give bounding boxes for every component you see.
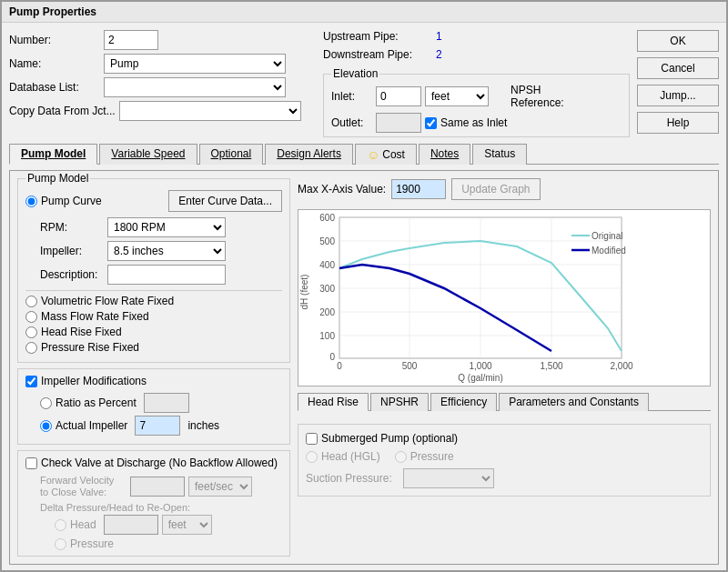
inches-label: inches — [187, 419, 219, 432]
impeller-mod-label[interactable]: Impeller Modifications — [41, 375, 147, 387]
delta-head-field[interactable] — [104, 515, 158, 535]
number-label: Number: — [9, 34, 100, 46]
mass-flow-label[interactable]: Mass Flow Rate Fixed — [41, 310, 149, 323]
description-field[interactable] — [107, 265, 226, 285]
delta-head-label[interactable]: Head — [70, 518, 96, 531]
copy-label: Copy Data From Jct... — [9, 105, 116, 117]
impeller-select[interactable]: 8.5 inches — [107, 241, 226, 261]
tab-optional[interactable]: Optional — [199, 144, 264, 165]
tab-notes[interactable]: Notes — [419, 144, 470, 165]
svg-text:Original: Original — [592, 231, 622, 241]
svg-text:0: 0 — [337, 361, 342, 371]
head-rise-radio[interactable] — [25, 326, 37, 338]
inlet-unit-select[interactable]: feet — [425, 86, 489, 106]
sub-head-radio[interactable] — [306, 451, 318, 463]
delta-head-unit-select[interactable]: feet — [162, 515, 212, 535]
svg-text:1,000: 1,000 — [469, 361, 491, 371]
tab-variable-speed[interactable]: Variable Speed — [99, 144, 197, 165]
tab-status[interactable]: Status — [472, 144, 527, 165]
pump-curve-radio[interactable] — [25, 196, 37, 207]
svg-text:600: 600 — [319, 213, 335, 223]
upstream-value[interactable]: 1 — [436, 30, 442, 43]
submerged-checkbox[interactable] — [306, 433, 318, 445]
head-rise-label[interactable]: Head Rise Fixed — [41, 326, 122, 338]
right-panel: Max X-Axis Value: Update Graph — [298, 178, 711, 557]
copy-select[interactable] — [119, 101, 301, 121]
chart-tab-npshr[interactable]: NPSHR — [370, 393, 429, 411]
chart-tab-efficiency[interactable]: Efficiency — [430, 393, 497, 411]
volumetric-flow-label[interactable]: Volumetric Flow Rate Fixed — [41, 295, 174, 307]
downstream-value[interactable]: 2 — [436, 48, 442, 61]
actual-impeller-field[interactable] — [135, 416, 180, 436]
delta-pressure-radio[interactable] — [55, 538, 66, 550]
outlet-field[interactable] — [376, 113, 421, 133]
actual-impeller-label[interactable]: Actual Impeller — [56, 419, 127, 432]
sub-pressure-radio[interactable] — [395, 451, 407, 463]
database-select[interactable] — [104, 77, 286, 97]
svg-text:2,000: 2,000 — [610, 361, 632, 371]
tab-cost[interactable]: ☺ Cost — [355, 144, 417, 165]
tab-pump-model[interactable]: Pump Model — [9, 144, 97, 165]
fwd-vel-field[interactable] — [130, 477, 185, 497]
npsh-label: NPSHReference: — [511, 84, 564, 109]
inlet-field[interactable] — [376, 86, 421, 106]
enter-curve-btn[interactable]: Enter Curve Data... — [168, 190, 282, 212]
pump-curve-label[interactable]: Pump Curve — [41, 195, 102, 207]
rpm-select[interactable]: 1800 RPM — [107, 217, 226, 237]
sub-head-label[interactable]: Head (HGL) — [321, 450, 380, 463]
svg-text:Q (gal/min): Q (gal/min) — [458, 373, 502, 383]
ok-button[interactable]: OK — [637, 30, 719, 52]
check-valve-label[interactable]: Check Valve at Discharge (No Backflow Al… — [41, 457, 278, 469]
number-field[interactable] — [104, 30, 158, 50]
update-graph-btn[interactable]: Update Graph — [451, 178, 540, 200]
tab-design-alerts[interactable]: Design Alerts — [265, 144, 353, 165]
submerged-label[interactable]: Submerged Pump (optional) — [321, 432, 458, 445]
svg-text:1,500: 1,500 — [540, 361, 562, 371]
volumetric-flow-radio[interactable] — [25, 296, 37, 307]
check-valve-checkbox[interactable] — [25, 457, 37, 469]
suction-label: Suction Pressure: — [306, 472, 392, 485]
submerged-group: Submerged Pump (optional) Head (HGL) Pre… — [298, 424, 711, 497]
downstream-label: Downstream Pipe: — [323, 48, 432, 61]
jump-button[interactable]: Jump... — [637, 85, 719, 106]
pressure-rise-radio[interactable] — [25, 342, 37, 354]
ratio-field[interactable] — [144, 393, 189, 413]
max-x-field[interactable] — [391, 179, 446, 199]
delta-pressure-label[interactable]: Pressure — [70, 537, 114, 550]
upstream-label: Upstream Pipe: — [323, 30, 432, 43]
impeller-mod-group: Impeller Modifications Ratio as Percent … — [17, 368, 290, 445]
fwd-vel-unit-select[interactable]: feet/sec — [188, 477, 252, 497]
pump-chart-svg: 600 500 400 300 200 100 0 0 500 1,000 1,… — [298, 210, 653, 383]
cancel-button[interactable]: Cancel — [637, 57, 719, 79]
impeller-mod-checkbox[interactable] — [25, 376, 37, 387]
mass-flow-radio[interactable] — [25, 311, 37, 323]
same-as-inlet-label[interactable]: Same as Inlet — [440, 116, 507, 129]
chart-area: 600 500 400 300 200 100 0 0 500 1,000 1,… — [298, 209, 711, 386]
title-bar: Pump Properties — [2, 2, 726, 23]
svg-text:500: 500 — [319, 236, 335, 246]
sub-pressure-label[interactable]: Pressure — [410, 450, 454, 463]
pump-model-group-title: Pump Model — [25, 172, 90, 185]
elevation-title: Elevation — [331, 67, 379, 80]
same-as-inlet-checkbox[interactable] — [425, 117, 437, 129]
ratio-percent-label[interactable]: Ratio as Percent — [56, 396, 136, 409]
help-button[interactable]: Help — [637, 112, 719, 134]
suction-select[interactable] — [403, 468, 494, 488]
left-panel: Pump Model Pump Curve Enter Curve Data..… — [17, 178, 290, 557]
name-select[interactable]: Pump — [104, 54, 286, 74]
pressure-rise-label[interactable]: Pressure Rise Fixed — [41, 341, 139, 354]
svg-text:500: 500 — [402, 361, 418, 371]
ratio-percent-radio[interactable] — [40, 397, 52, 409]
svg-text:300: 300 — [319, 284, 335, 294]
description-label: Description: — [40, 268, 104, 281]
chart-tab-parameters[interactable]: Parameters and Constants — [499, 393, 649, 411]
check-valve-group: Check Valve at Discharge (No Backflow Al… — [17, 450, 290, 557]
fwd-vel-label: Forward Velocityto Close Valve: — [40, 475, 126, 498]
pump-properties-window: Pump Properties Number: Name: Pump Datab… — [0, 0, 728, 572]
actual-impeller-radio[interactable] — [40, 420, 52, 432]
chart-tab-head-rise[interactable]: Head Rise — [298, 393, 369, 411]
delta-head-radio[interactable] — [55, 519, 66, 531]
delta-label: Delta Pressure/Head to Re-Open: — [40, 502, 190, 513]
window-title: Pump Properties — [9, 5, 96, 18]
svg-text:100: 100 — [319, 331, 335, 341]
